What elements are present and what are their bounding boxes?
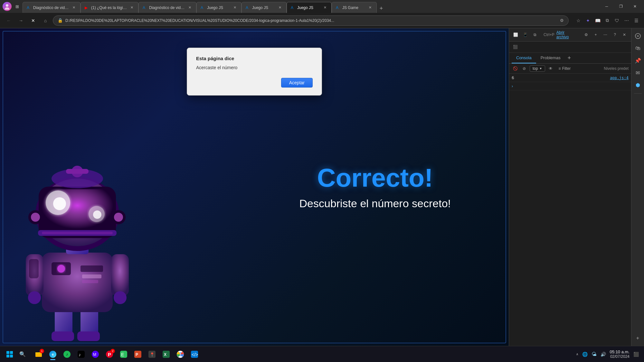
collections-icon[interactable]: ⧉: [603, 17, 611, 24]
sidebar-copilot-icon[interactable]: [633, 31, 643, 41]
refresh-button[interactable]: ✕: [28, 16, 38, 25]
devtools-tabs: Consola Problemas +: [509, 53, 631, 64]
back-button[interactable]: ←: [4, 16, 14, 25]
tab-close-4[interactable]: ✕: [232, 5, 237, 10]
tab-bar: A Diagnóstico de vide... ✕ ▶ (1) ¿Qué es…: [23, 0, 596, 13]
console-link-1[interactable]: app.js:4: [610, 76, 629, 80]
tab-close-5[interactable]: ✕: [277, 5, 282, 10]
address-bar: ← → ✕ ⌂ 🔒 D:/RESPALDO%20DE%20LAPTOP/ORAC…: [0, 13, 644, 28]
devtools-close-icon[interactable]: ✕: [621, 31, 628, 38]
sidebar-pin-icon[interactable]: 📌: [633, 55, 643, 66]
profile-icon[interactable]: [3, 2, 12, 11]
svg-text:♪: ♪: [79, 352, 81, 357]
context-selector[interactable]: top ▼: [530, 65, 545, 72]
tab-juego-js-3-active[interactable]: A Juego JS ✕: [287, 2, 332, 13]
browser-essentials-icon[interactable]: 🛡: [613, 17, 621, 24]
taskbar: 🔍 1 e ♪ ♪ M P 2: [0, 346, 644, 362]
devtools-inspect-icon[interactable]: ⬜: [512, 31, 519, 38]
tab-close-7[interactable]: ✕: [367, 5, 373, 10]
taskbar-app-excel[interactable]: X: [160, 348, 173, 361]
svg-point-1: [5, 7, 9, 10]
tab-problemas[interactable]: Problemas: [536, 53, 565, 63]
eye-icon[interactable]: 👁: [547, 65, 554, 72]
sidebar-shopping-icon[interactable]: 🛍: [633, 43, 643, 53]
tab-close-1[interactable]: ✕: [71, 5, 76, 10]
network-icon[interactable]: 🌐: [581, 350, 589, 358]
taskbar-app-spotify[interactable]: ♪: [61, 348, 73, 361]
taskbar-app-explorer[interactable]: 1: [32, 348, 45, 361]
open-file-link[interactable]: Abrir archivo: [556, 30, 578, 39]
tab-diagnostico-1[interactable]: A Diagnóstico de vide... ✕: [23, 2, 80, 13]
notification-icon[interactable]: ⬛: [632, 350, 640, 358]
taskbar-app-powerpoint[interactable]: P: [131, 348, 144, 361]
console-value-1: 6: [512, 75, 521, 80]
tab-youtube[interactable]: ▶ (1) ¿Qué es la lógic... ✕: [80, 2, 138, 13]
filter-button[interactable]: ≡ Filter: [556, 66, 573, 71]
filter-label: Filter: [562, 66, 571, 71]
sidebar-add-icon[interactable]: +: [633, 333, 643, 343]
tray-expand-icon[interactable]: ∧: [576, 352, 578, 356]
svg-point-0: [6, 4, 8, 7]
home-button[interactable]: ⌂: [41, 16, 50, 25]
taskbar-app-evernote[interactable]: E: [117, 348, 130, 361]
taskbar-app-tiktok[interactable]: ♪: [75, 348, 88, 361]
taskbar-clock[interactable]: 05:10 a.m. 02/07/2024: [610, 349, 630, 359]
forward-button[interactable]: →: [16, 16, 26, 25]
devtools-copy-icon[interactable]: ⧉: [531, 31, 538, 38]
devtools-add-tab-button[interactable]: +: [565, 54, 573, 62]
devtools-more-icon[interactable]: ⋯: [602, 31, 609, 38]
devtools-sidebar-icon[interactable]: ⬛: [512, 43, 519, 51]
dialog-accept-button[interactable]: Aceptar: [281, 78, 313, 88]
weather-icon[interactable]: 🌤: [590, 350, 598, 358]
close-button[interactable]: ✕: [629, 2, 641, 11]
tab-juego-js-2[interactable]: A Juego JS ✕: [242, 2, 287, 13]
taskbar-app-chrome[interactable]: [174, 348, 187, 361]
tab-consola[interactable]: Consola: [512, 53, 536, 63]
favorites-icon[interactable]: ☆: [574, 17, 582, 24]
restore-button[interactable]: ❐: [614, 2, 627, 11]
devtools-settings-icon[interactable]: ⚙: [583, 31, 590, 38]
browser-sidebar-icon[interactable]: ☰: [632, 17, 640, 24]
devtools-toolbar: 🚫 ⊘ top ▼ 👁 ≡ Filter Niveles predet: [509, 64, 631, 74]
taskbar-app-vscode[interactable]: </>: [188, 348, 201, 361]
pause-exceptions-icon[interactable]: ⊘: [521, 65, 528, 72]
ctrl-shortcut: Ctrl+P: [544, 32, 554, 37]
dialog-buttons: Aceptar: [196, 78, 313, 88]
tab-juego-js-1[interactable]: A Juego JS ✕: [196, 2, 242, 13]
workspaces-icon[interactable]: ⊞: [13, 2, 21, 11]
tab-js-game[interactable]: A JS Game ✕: [332, 2, 377, 13]
sidebar-mail-icon[interactable]: ✉: [633, 68, 643, 78]
taskbar-app-pinterest[interactable]: P 2: [103, 348, 116, 361]
sidebar-edge-blue-icon[interactable]: ⬢: [633, 80, 643, 90]
taskbar-app-edge[interactable]: e: [46, 348, 59, 361]
start-button[interactable]: [4, 348, 15, 360]
read-aloud-icon[interactable]: 📖: [594, 17, 601, 24]
browser-window: ⊞ A Diagnóstico de vide... ✕ ▶ (1) ¿Qué …: [0, 0, 644, 362]
more-tools-icon[interactable]: ⋯: [623, 17, 630, 24]
tab-label-1: Diagnóstico de vide...: [33, 5, 69, 10]
volume-icon[interactable]: 🔊: [599, 350, 607, 358]
url-input[interactable]: 🔒 D:/RESPALDO%20DE%20LAPTOP/ORACLE%20NEX…: [53, 15, 569, 26]
minimize-button[interactable]: ─: [600, 2, 613, 11]
tab-close-3[interactable]: ✕: [187, 5, 192, 10]
game-page: Correcto! Descubriste el número secreto!…: [0, 28, 509, 346]
devtools-help-icon[interactable]: ?: [611, 31, 619, 38]
tab-close-2[interactable]: ✕: [129, 5, 134, 10]
devtools-plus-icon[interactable]: +: [592, 31, 599, 38]
taskbar-app-maps[interactable]: 📍: [146, 348, 158, 361]
dialog-overlay: Esta página dice Acercaste el número Ace…: [0, 28, 509, 346]
copilot-icon[interactable]: ✦: [584, 17, 592, 24]
new-tab-button[interactable]: +: [377, 4, 386, 13]
top-label: top: [533, 66, 538, 71]
tab-label-7: JS Game: [342, 5, 358, 10]
dialog-box: Esta página dice Acercaste el número Ace…: [187, 48, 322, 96]
right-sidebar: 🛍 📌 ✉ ⬢ +: [631, 28, 644, 346]
browser-viewport: Correcto! Descubriste el número secreto!…: [0, 28, 509, 346]
expand-icon[interactable]: ›: [512, 84, 513, 88]
devtools-device-icon[interactable]: 📱: [522, 31, 529, 38]
tab-diagnostico-2[interactable]: A Diagnóstico de vide... ✕: [138, 2, 196, 13]
clear-console-icon[interactable]: 🚫: [512, 65, 519, 72]
search-button[interactable]: 🔍: [17, 348, 28, 360]
tab-close-6[interactable]: ✕: [322, 5, 327, 10]
taskbar-app-mixcloud[interactable]: M: [89, 348, 102, 361]
